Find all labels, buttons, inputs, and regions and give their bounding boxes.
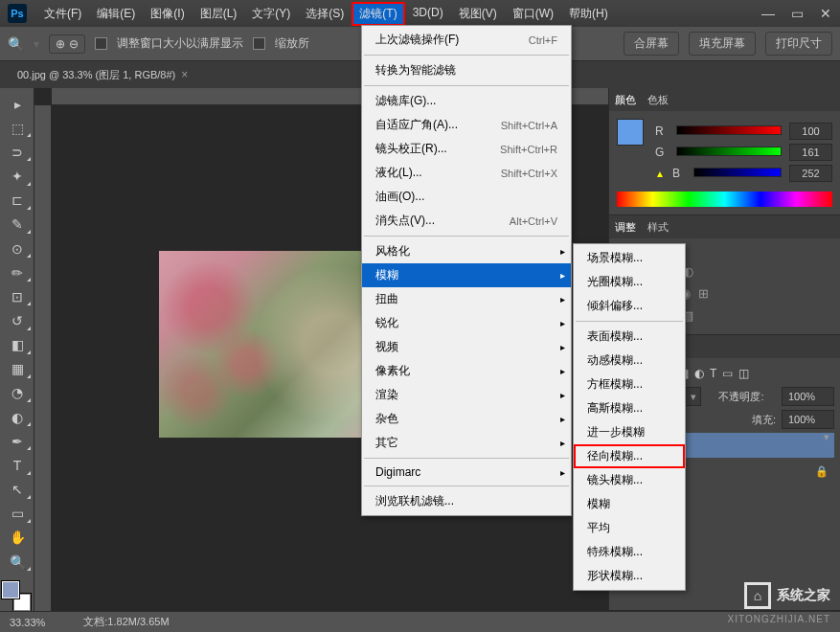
menu-gaussian-blur[interactable]: 高斯模糊... — [574, 396, 685, 420]
g-value[interactable]: 161 — [789, 144, 832, 161]
menu-edit[interactable]: 编辑(E) — [89, 2, 143, 26]
type-tool[interactable]: T — [2, 454, 33, 476]
menu-smart-blur[interactable]: 特殊模糊... — [574, 540, 685, 564]
resize-window-checkbox[interactable] — [95, 37, 107, 50]
fg-color-swatch[interactable] — [2, 581, 19, 598]
menu-layer[interactable]: 图层(L) — [193, 2, 245, 26]
color-spectrum[interactable] — [617, 192, 832, 207]
menu-render[interactable]: 渲染 — [362, 383, 571, 407]
menu-window[interactable]: 窗口(W) — [505, 2, 561, 26]
menu-video[interactable]: 视频 — [362, 335, 571, 359]
lasso-tool[interactable]: ⊃ — [2, 141, 33, 163]
zoom-tool[interactable]: 🔍 — [2, 551, 33, 573]
minimize-icon[interactable]: — — [754, 4, 783, 23]
menu-smart-filter[interactable]: 转换为智能滤镜 — [362, 58, 571, 82]
menu-vanishing-point[interactable]: 消失点(V)...Alt+Ctrl+V — [362, 209, 571, 233]
stamp-tool[interactable]: ⊡ — [2, 285, 33, 307]
mixer-icon[interactable]: ⊞ — [698, 286, 709, 301]
brush-tool[interactable]: ✏ — [2, 261, 33, 283]
eyedropper-tool[interactable]: ✎ — [2, 214, 33, 236]
menu-3d[interactable]: 3D(D) — [405, 2, 451, 26]
filter-shape-icon[interactable]: ▭ — [722, 367, 733, 380]
opacity-field[interactable]: 100% — [782, 387, 834, 406]
dodge-tool[interactable]: ◐ — [2, 406, 33, 428]
filter-smart-icon[interactable]: ◫ — [738, 367, 749, 380]
menu-file[interactable]: 文件(F) — [36, 2, 89, 26]
zoom-out-icon[interactable]: ⊖ — [69, 37, 79, 51]
menu-blur[interactable]: 模糊 — [362, 263, 571, 287]
g-slider[interactable] — [676, 147, 782, 158]
menu-distort[interactable]: 扭曲 — [362, 287, 571, 311]
fit-screen-button[interactable]: 合屏幕 — [624, 32, 679, 56]
menu-noise[interactable]: 杂色 — [362, 407, 571, 431]
r-slider[interactable] — [676, 125, 782, 137]
styles-tab[interactable]: 样式 — [647, 220, 669, 235]
menu-field-blur[interactable]: 场景模糊... — [574, 246, 685, 270]
menu-adaptive-wide[interactable]: 自适应广角(A)...Shift+Ctrl+A — [362, 113, 571, 137]
pen-tool[interactable]: ✒ — [2, 430, 33, 452]
wand-tool[interactable]: ✦ — [2, 165, 33, 187]
menu-browse-filters[interactable]: 浏览联机滤镜... — [362, 489, 571, 513]
menu-iris-blur[interactable]: 光圈模糊... — [574, 270, 685, 294]
menu-other[interactable]: 其它 — [362, 431, 571, 455]
filter-adj-icon[interactable]: ◐ — [694, 367, 704, 380]
menu-filter-gallery[interactable]: 滤镜库(G)... — [362, 89, 571, 113]
doc-size[interactable]: 文档:1.82M/3.65M — [83, 615, 169, 629]
menu-lens-correction[interactable]: 镜头校正(R)...Shift+Ctrl+R — [362, 137, 571, 161]
color-tab[interactable]: 颜色 — [615, 93, 636, 107]
menu-help[interactable]: 帮助(H) — [561, 2, 616, 26]
close-icon[interactable]: ✕ — [811, 4, 840, 23]
hand-tool[interactable]: ✋ — [2, 527, 33, 549]
path-tool[interactable]: ↖ — [2, 479, 33, 501]
color-swatches[interactable] — [2, 581, 33, 611]
shape-tool[interactable]: ▭ — [2, 503, 33, 525]
gradient-tool[interactable]: ▦ — [2, 358, 33, 380]
menu-blur-simple[interactable]: 模糊 — [574, 492, 685, 516]
zoom-mode-group[interactable]: ⊕ ⊖ — [49, 34, 85, 54]
eraser-tool[interactable]: ◧ — [2, 334, 33, 356]
menu-stylize[interactable]: 风格化 — [362, 239, 571, 263]
zoom-all-checkbox[interactable] — [253, 37, 265, 50]
history-brush-tool[interactable]: ↺ — [2, 309, 33, 331]
filter-type-icon[interactable]: T — [710, 367, 716, 380]
menu-last-filter[interactable]: 上次滤镜操作(F)Ctrl+F — [362, 28, 571, 52]
move-tool[interactable]: ▸ — [2, 93, 33, 115]
b-value[interactable]: 252 — [789, 165, 832, 182]
print-size-button[interactable]: 打印尺寸 — [765, 32, 832, 56]
menu-pixelate[interactable]: 像素化 — [362, 359, 571, 383]
menu-shape-blur[interactable]: 形状模糊... — [574, 564, 685, 588]
crop-tool[interactable]: ⊏ — [2, 190, 33, 212]
menu-average[interactable]: 平均 — [574, 516, 685, 540]
menu-tilt-shift[interactable]: 倾斜偏移... — [574, 294, 685, 318]
menu-filter[interactable]: 滤镜(T) — [352, 2, 404, 26]
r-value[interactable]: 100 — [789, 123, 832, 140]
menu-box-blur[interactable]: 方框模糊... — [574, 372, 685, 396]
adjustments-tab[interactable]: 调整 — [615, 220, 636, 235]
fill-field[interactable]: 100% — [782, 410, 834, 429]
blur-tool[interactable]: ◔ — [2, 382, 33, 404]
menu-surface-blur[interactable]: 表面模糊... — [574, 325, 685, 349]
b-slider[interactable] — [693, 168, 782, 179]
menu-view[interactable]: 视图(V) — [451, 2, 505, 26]
menu-oil-paint[interactable]: 油画(O)... — [362, 185, 571, 209]
tab-close-icon[interactable]: × — [181, 68, 188, 81]
menu-digimarc[interactable]: Digimarc — [362, 462, 571, 483]
menu-type[interactable]: 文字(Y) — [244, 2, 298, 26]
zoom-level[interactable]: 33.33% — [10, 617, 45, 628]
healing-tool[interactable]: ⊙ — [2, 237, 33, 260]
color-panel-swatch[interactable] — [617, 119, 644, 146]
maximize-icon[interactable]: ▭ — [783, 4, 811, 23]
document-tab[interactable]: 00.jpg @ 33.3% (图层 1, RGB/8#) × — [8, 64, 197, 86]
swatches-tab[interactable]: 色板 — [647, 93, 669, 107]
menu-radial-blur[interactable]: 径向模糊... — [574, 444, 685, 468]
menu-image[interactable]: 图像(I) — [143, 2, 192, 26]
menu-lens-blur[interactable]: 镜头模糊... — [574, 468, 685, 492]
marquee-tool[interactable]: ⬚ — [2, 117, 33, 139]
fill-screen-button[interactable]: 填充屏幕 — [689, 32, 756, 56]
menu-blur-more[interactable]: 进一步模糊 — [574, 420, 685, 444]
menu-sharpen[interactable]: 锐化 — [362, 311, 571, 335]
menu-select[interactable]: 选择(S) — [298, 2, 352, 26]
zoom-in-icon[interactable]: ⊕ — [56, 37, 65, 51]
menu-liquify[interactable]: 液化(L)...Shift+Ctrl+X — [362, 161, 571, 185]
menu-motion-blur[interactable]: 动感模糊... — [574, 349, 685, 372]
